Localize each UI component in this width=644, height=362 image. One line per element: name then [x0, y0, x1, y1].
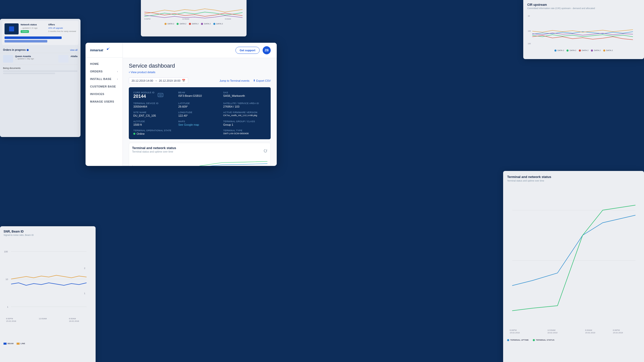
terminal-group-cell: Terminal Group / Class Group 1	[223, 120, 266, 126]
svg-text:6:00PM: 6:00PM	[510, 329, 517, 331]
home-label: HOME	[90, 62, 99, 65]
snr-subtitle: Signal-to-noise ratio, Beam ID	[4, 234, 92, 236]
install-base-label: INSTALL BASE	[90, 77, 111, 80]
svg-text:6:00PM: 6:00PM	[6, 318, 13, 320]
snr-legend-beam: BEAM	[4, 342, 14, 345]
sidebar-item-home[interactable]: HOME	[86, 60, 123, 68]
info-card: Core module ID 20144 Beam ISF3:Beam:GSB1…	[129, 87, 271, 139]
svg-text:inmarsat: inmarsat	[90, 49, 103, 52]
terminal-type-label: Terminal type	[223, 129, 266, 132]
svg-text:10K: 10K	[528, 30, 531, 32]
download-icon: ⬇	[253, 79, 255, 82]
svg-rect-34	[159, 94, 162, 96]
jump-to-terminal-link[interactable]: Jump to Terminal events	[220, 79, 250, 82]
empty-cell	[178, 129, 221, 135]
brt-title: Terminal and network status	[507, 175, 640, 179]
longitude-label: Longitude	[178, 111, 221, 114]
snr-chart: 100 10 1 2 1 6:00PM 15.02.2018 12:00AM 6…	[4, 239, 89, 339]
bg-panel-bottom-left: SNR, Beam ID Signal-to-noise ratio, Beam…	[0, 226, 96, 362]
svg-text:100: 100	[528, 43, 531, 44]
active-firmware-label: Active Firmware Version	[223, 111, 266, 114]
sidebar-item-invoices[interactable]: INVOICES	[86, 90, 123, 98]
orders-chevron: ›	[117, 70, 118, 73]
manage-users-label: MANAGE USERS	[90, 100, 114, 103]
view-product-text: View product details	[131, 71, 155, 74]
sidebar-item-install-base[interactable]: INSTALL BASE ‹	[86, 75, 123, 83]
legend-data2-3: DATA 2	[189, 23, 198, 25]
altitude-value: 1500 ft	[133, 123, 176, 126]
svg-text:100: 100	[4, 250, 8, 253]
svg-text:12:00AM: 12:00AM	[182, 18, 189, 20]
order-row-1: Queen Anastia ... updated 1 day ago Atta…	[3, 55, 77, 63]
operational-state-value: Online	[133, 132, 176, 135]
bg-panel-bottom-right: Terminal and network status Terminal sta…	[503, 171, 644, 362]
order1-name: Queen Anastia	[15, 55, 34, 58]
brt-legend-status: TERMINAL STATUS	[533, 339, 554, 341]
legend-data2-1: DATA 2	[165, 23, 174, 25]
install-base-chevron: ‹	[117, 78, 118, 80]
terminal-device-id-cell: Terminal device ID 335564464	[133, 102, 176, 108]
get-support-button[interactable]: Get support	[235, 47, 260, 54]
date-picker[interactable]: 20.12.2019 14:00 → 20.12.2019 18:00 📅	[129, 77, 188, 84]
svg-text:15.02.2018: 15.02.2018	[6, 320, 16, 322]
snr-title: SNR, Beam ID	[4, 230, 92, 233]
brt-chart: 6:00PM 15.02.2010 12:00AM 16.02.2010 6:0…	[507, 185, 638, 336]
longitude-cell: Longitude 122.40°	[178, 111, 221, 117]
svg-text:6:00PM: 6:00PM	[613, 329, 620, 331]
orders-header: Orders in progress view all	[0, 47, 80, 53]
latitude-label: Latitude	[178, 102, 221, 105]
sas-value: SAS6_Warkworth	[223, 94, 266, 97]
inmarsat-logo-svg: inmarsat	[90, 47, 110, 53]
online-indicator	[133, 133, 135, 135]
svg-point-32	[109, 48, 110, 48]
bg-panel-left: Network status ...updated 1 hr ago Onlin…	[0, 19, 80, 137]
refresh-icon[interactable]	[263, 149, 267, 153]
view-product-link[interactable]: ‹ View product details	[129, 70, 271, 74]
svg-text:6:00AM: 6:00AM	[225, 18, 231, 20]
bg-panel-top-center: 6:00PM 12:00AM 6:00AM DATA 2 DATA 2 DATA…	[141, 0, 247, 36]
terminal-section-header: Terminal and network status Terminal sta…	[132, 146, 267, 156]
beam-label: Beam	[178, 91, 221, 94]
main-content: Get support ZB Service dashboard ‹ View …	[123, 43, 277, 166]
sidebar-item-customer-base[interactable]: CUSTOMER BASE	[86, 83, 123, 90]
terminal-device-id-value: 335564464	[133, 105, 176, 108]
cir-legend-1: DATA 2	[554, 49, 564, 52]
terminal-status-section: Terminal and network status Terminal sta…	[129, 143, 271, 166]
active-firmware-cell: Active Firmware Version CK7xx_rootfs_rmt…	[223, 111, 266, 117]
orders-badge	[27, 49, 29, 51]
brt-legend-uptime: TERMINAL UPTIME	[507, 339, 529, 341]
brt-subtitle: Terminal status and uptime over time	[507, 179, 640, 182]
export-csv-text: Export CSV	[256, 79, 271, 82]
terminal-device-id-label: Terminal device ID	[133, 102, 176, 105]
avatar-button[interactable]: ZB	[263, 46, 271, 54]
maps-value[interactable]: See Google map	[178, 123, 221, 126]
legend-data2-2: DATA 2	[177, 23, 186, 25]
export-csv-link[interactable]: ⬇ Export CSV	[253, 79, 271, 82]
sidebar-item-manage-users[interactable]: MANAGE USERS	[86, 98, 123, 105]
latitude-value: 29.609°	[178, 105, 221, 108]
svg-text:16.02.2010: 16.02.2010	[547, 332, 558, 334]
cir-legend-2: DATA 2	[567, 49, 576, 52]
maps-label: Maps	[178, 120, 221, 123]
svg-text:15.02.2019: 15.02.2019	[585, 332, 595, 334]
core-module-id-label: Core module ID	[133, 91, 154, 94]
svg-text:1K: 1K	[528, 15, 530, 17]
operational-state-label: Terminal operational state	[133, 129, 176, 132]
cir-legend-5: DATA 2	[603, 49, 613, 52]
svg-point-31	[108, 48, 109, 49]
content-area: Service dashboard ‹ View product details…	[123, 58, 277, 166]
terminal-status-chart: 0.5 1	[132, 157, 267, 166]
sidebar-logo: inmarsat	[86, 43, 123, 58]
main-panel: inmarsat HOME ORDERS › INSTALL BASE ‹ CU…	[86, 43, 277, 166]
svg-text:10: 10	[6, 278, 8, 281]
orders-label: ORDERS	[90, 70, 103, 73]
snr-legend-line: LINE	[17, 342, 25, 345]
sidebar-item-orders[interactable]: ORDERS ›	[86, 68, 123, 75]
order-row-2: Being documents	[3, 67, 77, 74]
active-firmware-value: CK7xx_rootfs_rmt_1.6.1.4-86.pkg	[223, 114, 266, 117]
terminal-section-subtitle: Terminal status and uptime over time	[132, 150, 176, 153]
svg-text:6:00AM: 6:00AM	[69, 318, 76, 320]
terminal-group-label: Terminal Group / Class	[223, 120, 266, 123]
view-all-link[interactable]: view all	[70, 49, 77, 51]
svg-text:12:00AM: 12:00AM	[547, 329, 555, 331]
